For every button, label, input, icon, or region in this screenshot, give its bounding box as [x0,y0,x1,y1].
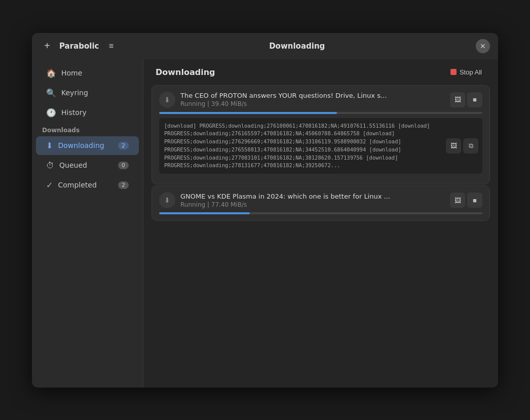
sidebar-item-queued-label: Queued [59,161,87,169]
window-title: Downloading [118,42,476,51]
titlebar-right: ✕ [476,39,490,53]
dl2-progress-bar [159,212,482,214]
dl1-status: Running | 39.40 MiB/s [180,100,445,107]
history-icon: 🕐 [46,108,56,118]
dl1-screenshot-button[interactable]: 🖼 [450,92,465,107]
downloads-list: ⬇ The CEO of PROTON answers YOUR questio… [143,85,498,388]
download-card-2-header: ⬇ GNOME vs KDE Plasma in 2024: which one… [159,192,482,208]
dl1-icon: ⬇ [159,92,175,108]
downloading-badge: 2 [118,142,129,149]
sidebar-item-history-label: History [61,108,87,117]
sidebar-item-home-label: Home [61,69,82,77]
dl2-progress-fill [159,212,250,214]
stop-all-icon [450,69,457,75]
download-card-1-header: ⬇ The CEO of PROTON answers YOUR questio… [159,92,482,108]
content-header: Downloading Stop All [143,59,498,85]
menu-button[interactable]: ≡ [104,39,118,53]
main-window: + Parabolic ≡ Downloading ✕ 🏠 Home 🔍 Key… [32,33,498,388]
content-area: Downloading Stop All ⬇ The CEO of PROTON… [143,59,498,388]
sidebar-item-downloading-label: Downloading [58,141,104,149]
dl2-stop-button[interactable]: ■ [467,193,482,208]
download-card-1: ⬇ The CEO of PROTON answers YOUR questio… [152,85,490,185]
titlebar-center: Downloading [118,42,476,51]
dl1-title: The CEO of PROTON answers YOUR questions… [180,92,445,99]
sidebar-item-history[interactable]: 🕐 History [36,103,139,122]
dl1-progress-fill [159,112,337,114]
titlebar-left: + Parabolic ≡ [40,39,118,53]
dl1-actions: 🖼 ■ [450,92,482,107]
queued-icon: ⏱ [46,161,54,170]
dl2-title: GNOME vs KDE Plasma in 2024: which one i… [180,193,445,200]
completed-icon: ✓ [46,180,53,190]
dl2-info: GNOME vs KDE Plasma in 2024: which one i… [180,193,445,208]
sidebar-item-keyring-label: Keyring [61,89,88,97]
downloading-icon: ⬇ [46,141,53,150]
dl1-log-text: [download] PROGRESS;downloading;27610006… [164,123,430,169]
dl1-info: The CEO of PROTON answers YOUR questions… [180,92,445,107]
home-icon: 🏠 [46,68,56,78]
sidebar-item-home[interactable]: 🏠 Home [36,64,139,83]
stop-all-button[interactable]: Stop All [446,66,486,78]
main-layout: 🏠 Home 🔍 Keyring 🕐 History Downloads ⬇ D… [32,59,498,388]
completed-badge: 2 [118,181,129,189]
sidebar-item-downloading[interactable]: ⬇ Downloading 2 [36,136,139,155]
queued-badge: 0 [118,162,129,169]
app-name: Parabolic [59,42,99,51]
dl1-log: [download] PROGRESS;downloading;27610006… [159,118,482,174]
sidebar: 🏠 Home 🔍 Keyring 🕐 History Downloads ⬇ D… [32,59,143,388]
sidebar-item-queued[interactable]: ⏱ Queued 0 [36,156,139,175]
dl2-status: Running | 77.40 MiB/s [180,201,445,208]
dl1-log-copy-button[interactable]: ⧉ [463,138,478,154]
sidebar-item-completed-label: Completed [58,181,96,189]
stop-all-label: Stop All [460,68,482,76]
dl2-icon: ⬇ [159,192,175,208]
dl1-log-screenshot-button[interactable]: 🖼 [446,138,461,154]
dl2-actions: 🖼 ■ [450,193,482,208]
sidebar-item-keyring[interactable]: 🔍 Keyring [36,84,139,102]
content-title: Downloading [156,67,215,77]
sidebar-item-completed[interactable]: ✓ Completed 2 [36,176,139,195]
close-button[interactable]: ✕ [476,39,490,53]
titlebar: + Parabolic ≡ Downloading ✕ [32,33,498,59]
dl1-progress-bar [159,112,482,114]
keyring-icon: 🔍 [46,88,56,98]
dl1-stop-button[interactable]: ■ [467,92,482,107]
dl1-log-overlay: 🖼 ⧉ [446,138,478,154]
downloads-section-label: Downloads [32,123,143,136]
download-card-2: ⬇ GNOME vs KDE Plasma in 2024: which one… [152,185,490,221]
add-button[interactable]: + [40,39,54,53]
dl2-screenshot-button[interactable]: 🖼 [450,193,465,208]
